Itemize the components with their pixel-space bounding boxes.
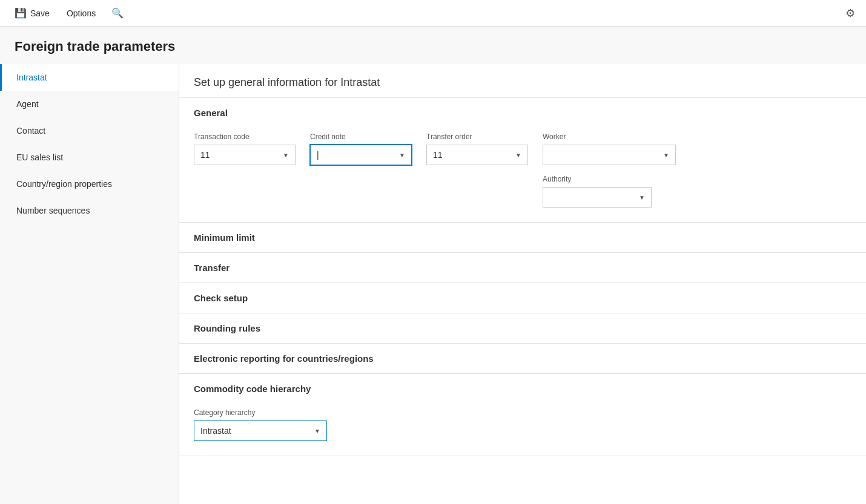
label-category-hierarchy: Category hierarchy bbox=[194, 408, 327, 417]
dropdown-transfer-order[interactable]: 11 ▼ bbox=[426, 145, 528, 165]
sidebar-item-number-sequences[interactable]: Number sequences bbox=[0, 197, 179, 224]
section-commodity-code: Commodity code hierarchy Category hierar… bbox=[179, 374, 866, 456]
sidebar: Intrastat Agent Contact EU sales list Co… bbox=[0, 64, 179, 504]
section-minimum-limit: Minimum limit bbox=[179, 223, 866, 253]
form-row-1: Transaction code 11 ▼ Credit note | ▼ bbox=[194, 133, 851, 165]
credit-note-value: | bbox=[317, 150, 319, 160]
section-transfer-title[interactable]: Transfer bbox=[179, 253, 866, 283]
settings-icon: ⚙ bbox=[845, 7, 855, 19]
page: Foreign trade parameters Intrastat Agent… bbox=[0, 27, 866, 504]
section-commodity-code-body: Category hierarchy Intrastat ▼ bbox=[179, 408, 866, 456]
section-general: General Transaction code 11 ▼ bbox=[179, 98, 866, 223]
content-area: Intrastat Agent Contact EU sales list Co… bbox=[0, 64, 866, 504]
section-electronic-reporting-title[interactable]: Electronic reporting for countries/regio… bbox=[179, 344, 866, 373]
section-general-title[interactable]: General bbox=[179, 98, 866, 128]
sidebar-item-eu-sales-list[interactable]: EU sales list bbox=[0, 144, 179, 171]
field-transaction-code: Transaction code 11 ▼ bbox=[194, 133, 296, 165]
field-credit-note: Credit note | ▼ bbox=[310, 133, 412, 165]
section-electronic-reporting: Electronic reporting for countries/regio… bbox=[179, 344, 866, 374]
form-row-commodity: Category hierarchy Intrastat ▼ bbox=[194, 408, 851, 441]
transfer-order-value: 11 bbox=[433, 150, 443, 160]
save-icon: 💾 bbox=[15, 7, 27, 19]
section-rounding-rules: Rounding rules bbox=[179, 313, 866, 344]
form-row-2: Authority ▼ bbox=[194, 175, 851, 208]
section-check-setup-title[interactable]: Check setup bbox=[179, 283, 866, 313]
sidebar-item-agent[interactable]: Agent bbox=[0, 91, 179, 117]
dropdown-credit-note[interactable]: | ▼ bbox=[310, 145, 412, 165]
category-hierarchy-value: Intrastat bbox=[200, 426, 231, 436]
transaction-code-value: 11 bbox=[200, 150, 210, 160]
toolbar: 💾 Save Options 🔍 ⚙ bbox=[0, 0, 866, 27]
label-transaction-code: Transaction code bbox=[194, 133, 296, 141]
options-button[interactable]: Options bbox=[59, 5, 103, 22]
section-rounding-rules-title[interactable]: Rounding rules bbox=[179, 313, 866, 343]
search-button[interactable]: 🔍 bbox=[108, 4, 127, 22]
section-minimum-limit-title[interactable]: Minimum limit bbox=[179, 223, 866, 252]
label-authority: Authority bbox=[543, 175, 652, 183]
label-transfer-order: Transfer order bbox=[426, 133, 528, 141]
label-worker: Worker bbox=[543, 133, 676, 141]
field-category-hierarchy: Category hierarchy Intrastat ▼ bbox=[194, 408, 327, 441]
section-transfer: Transfer bbox=[179, 253, 866, 283]
section-general-body: Transaction code 11 ▼ Credit note | ▼ bbox=[179, 133, 866, 222]
page-title: Foreign trade parameters bbox=[0, 27, 866, 64]
section-commodity-code-title[interactable]: Commodity code hierarchy bbox=[179, 374, 866, 404]
field-worker: Worker ▼ bbox=[543, 133, 676, 165]
chevron-down-icon: ▼ bbox=[283, 152, 289, 159]
dropdown-authority[interactable]: ▼ bbox=[543, 187, 652, 208]
dropdown-category-hierarchy[interactable]: Intrastat ▼ bbox=[194, 421, 327, 441]
main-content: Set up general information for Intrastat… bbox=[179, 64, 866, 504]
chevron-down-icon: ▼ bbox=[399, 152, 405, 159]
field-transfer-order: Transfer order 11 ▼ bbox=[426, 133, 528, 165]
sidebar-item-intrastat[interactable]: Intrastat bbox=[0, 64, 179, 91]
dropdown-transaction-code[interactable]: 11 ▼ bbox=[194, 145, 296, 165]
main-header: Set up general information for Intrastat bbox=[179, 64, 866, 98]
options-label: Options bbox=[67, 8, 96, 18]
chevron-down-icon: ▼ bbox=[663, 152, 669, 159]
save-label: Save bbox=[30, 8, 50, 18]
search-icon: 🔍 bbox=[111, 8, 124, 18]
save-button[interactable]: 💾 Save bbox=[7, 4, 57, 22]
label-credit-note: Credit note bbox=[310, 133, 412, 141]
field-authority: Authority ▼ bbox=[543, 175, 652, 208]
chevron-down-icon: ▼ bbox=[515, 152, 521, 159]
settings-button[interactable]: ⚙ bbox=[842, 3, 859, 24]
dropdown-worker[interactable]: ▼ bbox=[543, 145, 676, 165]
sidebar-item-contact[interactable]: Contact bbox=[0, 117, 179, 144]
chevron-down-icon: ▼ bbox=[639, 194, 645, 201]
chevron-down-icon: ▼ bbox=[314, 428, 320, 434]
sidebar-item-country-region[interactable]: Country/region properties bbox=[0, 171, 179, 197]
section-check-setup: Check setup bbox=[179, 283, 866, 313]
